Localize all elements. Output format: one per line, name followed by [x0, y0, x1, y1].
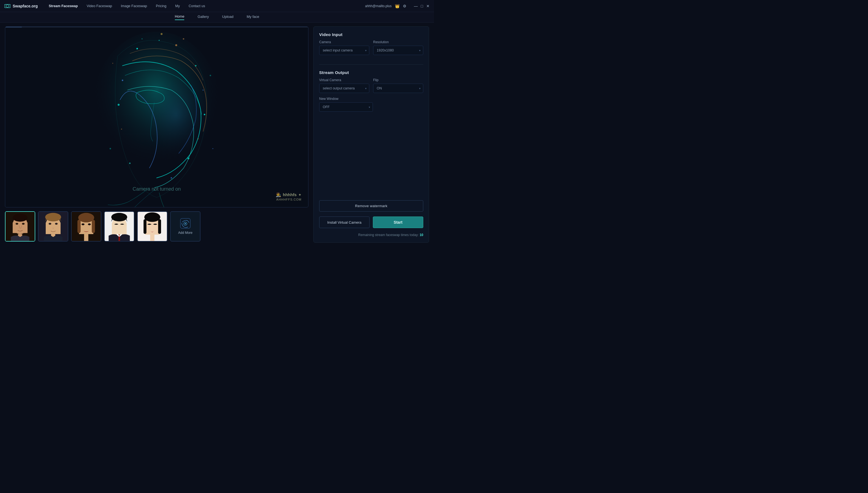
resolution-group: Resolution 1920x1080 ▾ — [373, 40, 423, 55]
camera-label: Camera — [319, 40, 369, 44]
remaining-label: Remaining stream faceswap times today: — [358, 233, 419, 237]
nav-image-faceswap[interactable]: Image Faceswap — [121, 4, 147, 8]
face-thumb-3[interactable] — [71, 211, 101, 241]
svg-point-16 — [118, 104, 120, 106]
remove-watermark-button[interactable]: Remove watermark — [319, 200, 423, 212]
tab-home[interactable]: Home — [175, 14, 184, 20]
svg-point-20 — [212, 148, 214, 149]
svg-rect-50 — [84, 234, 88, 241]
svg-point-6 — [175, 44, 177, 46]
app-logo: Swapface.org — [4, 4, 38, 8]
svg-point-8 — [203, 90, 204, 91]
svg-point-23 — [142, 39, 143, 40]
face-thumbnails: Add More — [5, 210, 308, 243]
svg-point-5 — [159, 40, 160, 41]
maximize-button[interactable]: □ — [420, 4, 424, 8]
tab-gallery[interactable]: Gallery — [198, 15, 209, 20]
svg-point-11 — [187, 157, 189, 159]
svg-point-24 — [183, 38, 184, 40]
title-bar-right: ahhh@mailto.plus 👑 ⚙ — □ ✕ — [365, 4, 430, 8]
face-placeholder-2 — [39, 212, 68, 241]
svg-point-32 — [16, 223, 18, 225]
face-placeholder-5 — [138, 212, 167, 241]
svg-point-10 — [198, 138, 199, 140]
nav-my[interactable]: My — [175, 4, 180, 8]
face-thumb-1[interactable] — [5, 211, 35, 241]
svg-rect-0 — [4, 4, 11, 8]
add-more-icon — [180, 218, 190, 229]
sub-nav: Home Gallery Upload My face — [0, 12, 434, 23]
resolution-select[interactable]: 1920x1080 — [373, 46, 423, 55]
svg-point-15 — [121, 129, 122, 130]
virtual-camera-label: Virtual Camera — [319, 78, 369, 82]
flip-group: Flip ON ▾ — [373, 78, 423, 93]
svg-point-39 — [49, 223, 52, 225]
virtual-camera-flip-row: Virtual Camera select output camera ▾ Fl… — [319, 78, 423, 93]
svg-point-12 — [171, 177, 172, 178]
nav-stream-faceswap[interactable]: Stream Faceswap — [49, 4, 78, 8]
new-window-group: New Window OFF ▾ — [319, 97, 373, 112]
hologram-figure — [5, 27, 308, 207]
left-panel: Camera not turned on 🧑‍🎨 hhhhfs ✦ AHHHFF… — [5, 26, 308, 243]
window-controls: — □ ✕ — [414, 4, 430, 8]
nav-video-faceswap[interactable]: Video Faceswap — [87, 4, 112, 8]
camera-select[interactable]: select input camera — [319, 46, 369, 55]
svg-point-4 — [136, 48, 138, 49]
video-input-section: Video Input Camera select input camera ▾… — [319, 32, 423, 59]
face-thumb-2[interactable] — [38, 211, 68, 241]
svg-point-14 — [129, 163, 130, 164]
resolution-select-wrapper: 1920x1080 ▾ — [373, 46, 423, 55]
close-button[interactable]: ✕ — [426, 4, 430, 8]
svg-rect-61 — [158, 219, 161, 234]
svg-rect-58 — [145, 223, 159, 234]
svg-point-1 — [6, 5, 8, 7]
svg-point-17 — [122, 80, 123, 81]
nav-contact[interactable]: Contact us — [189, 4, 205, 8]
new-window-select[interactable]: OFF — [319, 102, 373, 112]
svg-point-9 — [204, 114, 205, 115]
install-virtual-camera-button[interactable]: Install Virtual Camera — [319, 216, 369, 228]
virtual-camera-select[interactable]: select output camera — [319, 84, 369, 93]
face-thumb-4[interactable] — [104, 211, 134, 241]
right-panel: Video Input Camera select input camera ▾… — [314, 26, 429, 243]
tab-my-face[interactable]: My face — [247, 15, 259, 20]
flip-select[interactable]: ON — [373, 84, 423, 93]
video-container: Camera not turned on 🧑‍🎨 hhhhfs ✦ AHHHFF… — [5, 26, 308, 208]
svg-rect-44 — [79, 223, 93, 234]
svg-point-21 — [109, 148, 111, 149]
remaining-info: Remaining stream faceswap times today: 1… — [319, 233, 423, 237]
svg-rect-62 — [150, 234, 154, 241]
camera-group: Camera select input camera ▾ — [319, 40, 369, 55]
face-placeholder-1 — [5, 212, 35, 241]
face-thumb-5[interactable] — [137, 211, 167, 241]
tab-upload[interactable]: Upload — [222, 15, 234, 20]
settings-icon[interactable]: ⚙ — [403, 4, 406, 8]
logo-icon — [4, 4, 11, 8]
add-more-label: Add More — [178, 231, 193, 235]
start-button[interactable]: Start — [373, 216, 423, 228]
title-bar: Swapface.org Stream Faceswap Video Faces… — [0, 0, 434, 12]
add-more-button[interactable]: Add More — [170, 211, 201, 241]
svg-point-65 — [185, 223, 186, 224]
watermark-name: hhhhfs — [283, 192, 297, 197]
action-buttons-row: Install Virtual Camera Start — [319, 216, 423, 228]
svg-point-18 — [113, 63, 114, 64]
svg-rect-60 — [143, 219, 146, 234]
crown-icon: 👑 — [395, 4, 400, 8]
user-email: ahhh@mailto.plus — [365, 4, 391, 8]
watermark-star: ✦ — [298, 193, 302, 197]
nav-pricing[interactable]: Pricing — [156, 4, 166, 8]
face-placeholder-3 — [72, 212, 101, 241]
camera-off-text: Camera not turned on — [133, 186, 181, 192]
camera-select-wrapper: select input camera ▾ — [319, 46, 369, 55]
svg-point-49 — [88, 223, 91, 225]
remaining-count: 10 — [420, 233, 423, 237]
new-window-row: New Window OFF ▾ — [319, 97, 423, 112]
stream-output-title: Stream Output — [319, 70, 423, 75]
new-window-label: New Window — [319, 97, 373, 101]
face-placeholder-4 — [105, 212, 134, 241]
watermark: 🧑‍🎨 hhhhfs ✦ AHHHFFS.COM — [276, 192, 302, 201]
minimize-button[interactable]: — — [414, 4, 418, 8]
spacer — [319, 121, 423, 195]
flip-select-wrapper: ON ▾ — [373, 84, 423, 93]
